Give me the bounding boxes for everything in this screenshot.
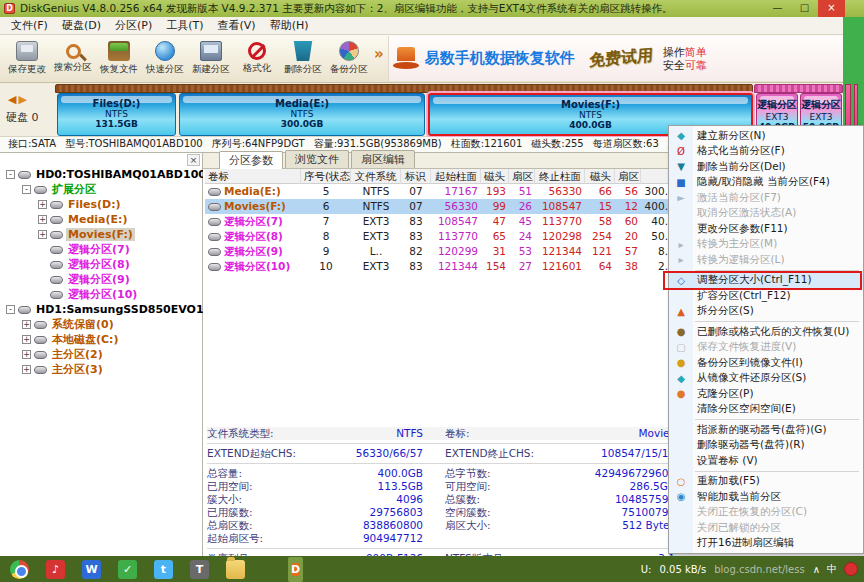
tree-item-12[interactable]: +主分区(2) — [0, 347, 202, 362]
taskbar-icon-twitter[interactable]: t — [154, 560, 173, 579]
toolbar-button-quick[interactable]: 快速分区 — [142, 35, 188, 82]
tree-item-11[interactable]: +本地磁盘(C:) — [0, 332, 202, 347]
menu-item-label: 取消分区激活状态(A) — [693, 206, 796, 220]
menubar-item-5[interactable]: 帮助(H) — [263, 18, 316, 33]
tree-item-9[interactable]: -HD1:SamsungSSD850EVO120GB(112GB) — [0, 302, 202, 317]
tree-item-1[interactable]: -扩展分区 — [0, 182, 202, 197]
context-menu-item-21[interactable]: 指派新的驱动器号(盘符)(G) — [669, 422, 863, 438]
tree-item-8[interactable]: 逻辑分区(10) — [0, 287, 202, 302]
context-menu-item-14[interactable]: ●已删除或格式化后的文件恢复(U) — [669, 324, 863, 340]
tab-1[interactable]: 浏览文件 — [285, 150, 349, 168]
partition-name: Media(E:) — [180, 98, 424, 109]
toolbar-button-new[interactable]: 新建分区 — [188, 35, 234, 82]
tree-item-5[interactable]: 逻辑分区(7) — [0, 242, 202, 257]
toolbar-button-search[interactable]: 搜索分区 — [50, 35, 96, 82]
maximize-button[interactable]: □ — [791, 0, 818, 17]
context-menu-item-10[interactable]: ◇调整分区大小(Ctrl_F11) — [669, 273, 863, 289]
context-menu-item-8[interactable]: ▸转换为逻辑分区(L) — [669, 252, 863, 268]
context-menu-item-18[interactable]: ●克隆分区(P) — [669, 386, 863, 402]
context-menu-item-1[interactable]: Ø格式化当前分区(F) — [669, 144, 863, 160]
partition-box-0[interactable]: Files(D:)NTFS131.5GB — [57, 93, 176, 136]
menubar-item-1[interactable]: 硬盘(D) — [55, 18, 108, 33]
context-menu-item-6[interactable]: 更改分区参数(F11) — [669, 221, 863, 237]
context-menu-item-19[interactable]: 清除分区空闲空间(E) — [669, 402, 863, 418]
context-menu-item-4[interactable]: ►激活当前分区(F7) — [669, 190, 863, 206]
tree-item-3[interactable]: +Media(E:) — [0, 212, 202, 227]
expand-toggle-icon[interactable]: + — [22, 365, 31, 374]
expand-toggle-icon[interactable]: - — [6, 305, 15, 314]
tree-item-7[interactable]: 逻辑分区(9) — [0, 272, 202, 287]
table-cell: 17167 — [431, 184, 481, 199]
toolbar-overflow-chevron-icon[interactable]: » — [372, 45, 386, 73]
expand-toggle-icon[interactable]: + — [38, 200, 47, 209]
tray-app-icon[interactable] — [844, 562, 858, 576]
table-cell: EXT3 — [351, 229, 401, 244]
context-menu-item-15[interactable]: ▢保存文件恢复进度(V) — [669, 340, 863, 356]
toolbar-button-save[interactable]: 保存更改 — [4, 35, 50, 82]
taskbar-icon-folder[interactable] — [226, 560, 245, 579]
context-menu-item-22[interactable]: 删除驱动器号(盘符)(R) — [669, 438, 863, 454]
taskbar-icon-wps[interactable]: W — [82, 560, 101, 579]
context-menu-item-7[interactable]: ▸转换为主分区(M) — [669, 237, 863, 253]
context-menu-item-16[interactable]: ●备份分区到镜像文件(I) — [669, 355, 863, 371]
tree-item-10[interactable]: +系统保留(0) — [0, 317, 202, 332]
next-disk-icon[interactable]: ▶ — [18, 93, 28, 106]
ad-banner[interactable]: 易数手机数据恢复软件免费试用操作简单安全可靠 — [388, 36, 844, 81]
context-menu-item-17[interactable]: ◆从镜像文件还原分区(S) — [669, 371, 863, 387]
tree-item-0[interactable]: -HD0:TOSHIBAMQ01ABD100(932GB) — [0, 167, 202, 182]
tree-item-6[interactable]: 逻辑分区(8) — [0, 257, 202, 272]
minimize-button[interactable]: — — [764, 0, 791, 17]
table-header-1: 序号(状态) — [301, 169, 351, 184]
disk-info-柱面数: 柱面数:121601 — [451, 138, 523, 149]
expand-toggle-icon[interactable]: + — [22, 335, 31, 344]
expand-toggle-icon[interactable]: - — [6, 170, 15, 179]
taskbar-icon-chrome[interactable] — [10, 560, 29, 579]
toolbar-button-delete[interactable]: 删除分区 — [280, 35, 326, 82]
taskbar-icon-text-tool[interactable]: T — [190, 560, 209, 579]
tab-0[interactable]: 分区参数 — [219, 151, 283, 169]
table-cell: 121601 — [535, 259, 585, 274]
table-cell: 26 — [509, 199, 535, 214]
panel-close-icon[interactable]: × — [187, 154, 200, 166]
taskbar-icon-security[interactable]: ✓ — [118, 560, 137, 579]
expand-toggle-icon[interactable]: + — [38, 230, 47, 239]
context-menu-item-26[interactable]: ◉智能加载当前分区 — [669, 489, 863, 505]
context-menu-item-29[interactable]: 打开16进制扇区编辑 — [669, 536, 863, 552]
taskbar-icon-diskgenius[interactable]: D — [291, 563, 300, 576]
context-menu-item-0[interactable]: ◆建立新分区(N) — [669, 128, 863, 144]
toolbar-button-backup[interactable]: 备份分区 — [326, 35, 372, 82]
partition-box-1[interactable]: Media(E:)NTFS300.0GB — [179, 93, 425, 136]
expand-toggle-icon[interactable]: - — [22, 185, 31, 194]
disk-nav-arrows[interactable]: ◀▶ — [8, 93, 29, 106]
tree-item-13[interactable]: +主分区(3) — [0, 362, 202, 377]
menubar-item-2[interactable]: 分区(P) — [108, 18, 159, 33]
menubar-item-0[interactable]: 文件(F) — [4, 18, 55, 33]
context-menu-item-23[interactable]: 设置卷标 (V) — [669, 453, 863, 469]
tab-2[interactable]: 扇区编辑 — [351, 150, 415, 168]
table-cell: 83 — [401, 229, 431, 244]
menubar-item-4[interactable]: 查看(V) — [211, 18, 263, 33]
context-menu-item-5[interactable]: 取消分区激活状态(A) — [669, 206, 863, 222]
prev-disk-icon[interactable]: ◀ — [8, 93, 18, 106]
taskbar-icon-music[interactable]: ♪ — [46, 560, 65, 579]
tree-item-2[interactable]: +Files(D:) — [0, 197, 202, 212]
context-menu-item-11[interactable]: 扩容分区(Ctrl_F12) — [669, 288, 863, 304]
ime-indicator[interactable]: 中 — [827, 562, 837, 576]
toolbar-button-label: 新建分区 — [192, 63, 230, 76]
detail-label: EXTEND终止CHS: — [445, 447, 555, 460]
expand-toggle-icon[interactable]: + — [22, 320, 31, 329]
toolbar-button-format[interactable]: 格式化 — [234, 35, 280, 82]
close-button[interactable]: × — [818, 0, 845, 17]
context-menu-item-28[interactable]: 关闭已解锁的分区 — [669, 520, 863, 536]
toolbar-button-recover[interactable]: 恢复文件 — [96, 35, 142, 82]
context-menu-item-3[interactable]: ■隐藏/取消隐藏 当前分区(F4) — [669, 175, 863, 191]
menubar-item-3[interactable]: 工具(T) — [159, 18, 210, 33]
context-menu-item-12[interactable]: ▲拆分分区(S) — [669, 304, 863, 320]
expand-toggle-icon[interactable]: + — [22, 350, 31, 359]
tree-item-4[interactable]: +Movies(F:) — [0, 227, 202, 242]
context-menu-item-27[interactable]: 关闭正在恢复的分区(C) — [669, 505, 863, 521]
expand-toggle-icon[interactable]: + — [38, 215, 47, 224]
context-menu-item-25[interactable]: ○重新加载(F5) — [669, 474, 863, 490]
tray-expand-icon[interactable]: ∧ — [813, 564, 820, 575]
context-menu-item-2[interactable]: ▼删除当前分区(Del) — [669, 159, 863, 175]
